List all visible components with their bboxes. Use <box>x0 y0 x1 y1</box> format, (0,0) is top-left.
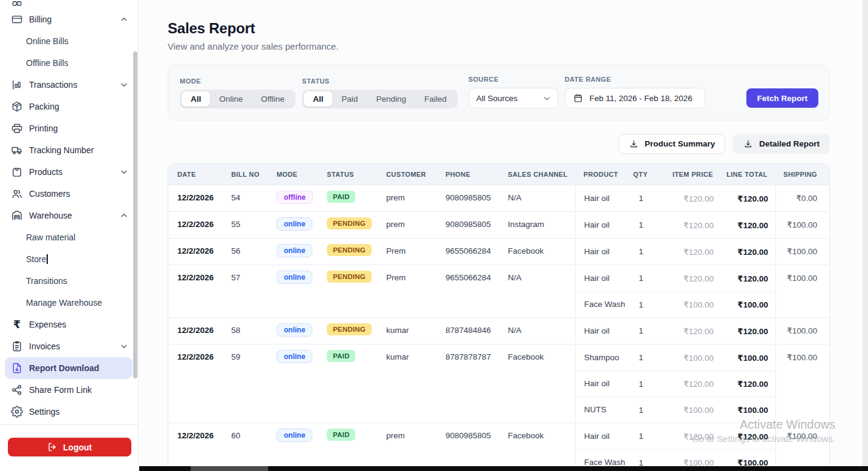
cell-shipping: ₹100.00 <box>776 318 830 344</box>
cell-product: NUTS <box>584 404 626 415</box>
cell-product: Hair oil <box>584 326 626 337</box>
cell-date: 12/2/2026 <box>168 212 231 238</box>
sidebar-item-packing[interactable]: Packing <box>5 96 133 117</box>
cell-date: 12/2/2026 <box>168 265 231 317</box>
source-select-value: All Sources <box>476 94 518 103</box>
sidebar-item-raw-material[interactable]: Raw material <box>5 226 133 248</box>
product-row: Hair oil1₹120.00₹120.00 <box>576 185 775 211</box>
sidebar-item-transactions[interactable]: Transactions <box>5 74 133 96</box>
sidebar-item-label: Printing <box>29 124 58 133</box>
table-row-bill-54[interactable]: 12/2/202654offlinePAIDprem9080985805N/AH… <box>168 185 829 211</box>
mode-filter-option-online[interactable]: Online <box>210 91 252 107</box>
sidebar-item-label: Customers <box>29 189 70 199</box>
cell-bill-no: 56 <box>231 239 277 265</box>
table-row-bill-59[interactable]: 12/2/202659onlinePAIDkumar8787878787Face… <box>168 344 829 423</box>
sidebar-item-invoices[interactable]: Invoices <box>5 335 133 357</box>
cell-line-total: ₹120.00 <box>714 432 768 441</box>
cell-shipping: ₹100.00 <box>776 344 830 423</box>
table-row-bill-60[interactable]: 12/2/202660onlinePAIDprem9080985805Faceb… <box>168 423 829 471</box>
sidebar-item-label: Store <box>26 254 46 264</box>
product-row: Hair oil1₹120.00₹120.00 <box>576 239 775 265</box>
products-block: Hair oil1₹120.00₹120.00 <box>575 239 776 265</box>
chevron-down-icon <box>119 167 129 177</box>
text-cursor <box>47 254 48 264</box>
sidebar-scrollbar-thumb[interactable] <box>133 51 137 378</box>
sidebar: BillingOnline BillsOffline BillsTransact… <box>0 0 139 471</box>
sidebar-item-transitions[interactable]: Transitions <box>5 270 133 292</box>
sidebar-item-store[interactable]: Store <box>5 248 133 270</box>
cell-item-price: ₹100.00 <box>656 353 714 363</box>
cell-item-price: ₹120.00 <box>656 247 714 257</box>
cell-customer: Prem <box>386 239 446 265</box>
sidebar-item-settings[interactable]: Settings <box>5 401 133 423</box>
sidebar-item-label: Settings <box>29 407 60 417</box>
sidebar-item-report-download[interactable]: Report Download <box>5 357 133 379</box>
grid-icon <box>11 1 23 7</box>
mode-filter-label: MODE <box>180 77 295 85</box>
cell-qty: 1 <box>626 432 656 441</box>
mode-filter-option-all[interactable]: All <box>182 91 210 107</box>
sidebar-item-printing[interactable]: Printing <box>5 117 133 139</box>
cell-mode: online <box>277 212 327 238</box>
cell-customer: prem <box>386 212 446 238</box>
date-range-input[interactable]: Feb 11, 2026 - Feb 18, 2026 <box>565 88 705 108</box>
horizontal-scrollbar[interactable] <box>139 466 868 471</box>
cell-item-price: ₹120.00 <box>656 194 714 203</box>
sidebar-item-clipped-top[interactable] <box>5 1 133 8</box>
mode-filter-option-offline[interactable]: Offline <box>252 91 294 107</box>
cell-line-total: ₹120.00 <box>714 220 768 230</box>
page-vertical-scrollbar[interactable] <box>863 0 868 466</box>
table-row-bill-57[interactable]: 12/2/202657onlinePENDINGPrem9655066284N/… <box>168 265 829 317</box>
cell-status: PAID <box>327 344 386 423</box>
mode-badge: online <box>277 323 312 337</box>
mode-segmented-control: AllOnlineOffline <box>180 90 295 108</box>
source-select[interactable]: All Sources <box>469 88 558 108</box>
status-filter-option-all[interactable]: All <box>304 91 332 107</box>
table-row-bill-58[interactable]: 12/2/202658onlinePENDINGkumar8787484846N… <box>168 317 829 344</box>
tracking-icon <box>11 144 23 156</box>
sidebar-item-online-bills[interactable]: Online Bills <box>5 30 133 52</box>
cell-phone: 8787878787 <box>446 344 508 423</box>
cell-sales-channel: N/A <box>508 318 575 344</box>
detailed-report-button[interactable]: Detailed Report <box>733 134 830 154</box>
table-row-bill-55[interactable]: 12/2/202655onlinePENDINGprem9080985805In… <box>168 211 829 238</box>
sidebar-item-tracking-number[interactable]: Tracking Number <box>5 139 133 161</box>
sidebar-item-share-form-link[interactable]: Share Form Link <box>5 379 133 401</box>
table-header-row: DATEBILL NOMODESTATUSCUSTOMERPHONESALES … <box>168 164 829 185</box>
cell-bill-no: 60 <box>231 423 277 471</box>
sidebar-item-offline-bills[interactable]: Offline Bills <box>5 52 133 74</box>
sidebar-item-warehouse[interactable]: Warehouse <box>5 205 133 226</box>
cell-mode: offline <box>277 185 327 211</box>
cell-sales-channel: Facebook <box>508 344 575 423</box>
mode-badge: offline <box>277 191 313 204</box>
status-filter-option-failed[interactable]: Failed <box>415 91 456 107</box>
status-badge: PAID <box>327 429 355 441</box>
fetch-report-button[interactable]: Fetch Report <box>746 88 818 108</box>
cell-line-total: ₹100.00 <box>714 353 768 363</box>
date-range-group: DATE RANGE Feb 11, 2026 - Feb 18, 2026 <box>565 76 705 108</box>
page-title: Sales Report <box>168 20 830 37</box>
sidebar-item-products[interactable]: Products <box>5 161 133 183</box>
products-block: Shampoo1₹100.00₹100.00Hair oil1₹120.00₹1… <box>575 344 776 423</box>
chevron-down-icon <box>542 94 551 103</box>
transactions-icon <box>11 79 23 91</box>
status-filter-option-paid[interactable]: Paid <box>332 91 367 107</box>
horizontal-scrollbar-thumb[interactable] <box>191 466 268 471</box>
sidebar-item-manage-warehouse[interactable]: Manage Warehouse <box>5 292 133 314</box>
download-icon <box>629 139 639 149</box>
logout-button[interactable]: Logout <box>8 438 131 456</box>
status-segmented-control: AllPaidPendingFailed <box>302 90 458 108</box>
sidebar-item-expenses[interactable]: ₹Expenses <box>5 314 133 335</box>
date-range-value: Feb 11, 2026 - Feb 18, 2026 <box>590 94 692 103</box>
sidebar-item-billing[interactable]: Billing <box>5 8 133 30</box>
sales-report-table: DATEBILL NOMODESTATUSCUSTOMERPHONESALES … <box>168 163 830 471</box>
printing-icon <box>11 122 23 134</box>
status-filter-option-pending[interactable]: Pending <box>367 91 415 107</box>
sidebar-item-label: Warehouse <box>29 211 72 220</box>
product-summary-button[interactable]: Product Summary <box>619 134 725 154</box>
column-header: DATE <box>168 171 231 178</box>
sidebar-item-customers[interactable]: Customers <box>5 183 133 205</box>
download-icon <box>743 139 753 149</box>
table-row-bill-56[interactable]: 12/2/202656onlinePENDINGPrem9655066284Fa… <box>168 238 829 265</box>
cell-mode: online <box>277 265 327 317</box>
